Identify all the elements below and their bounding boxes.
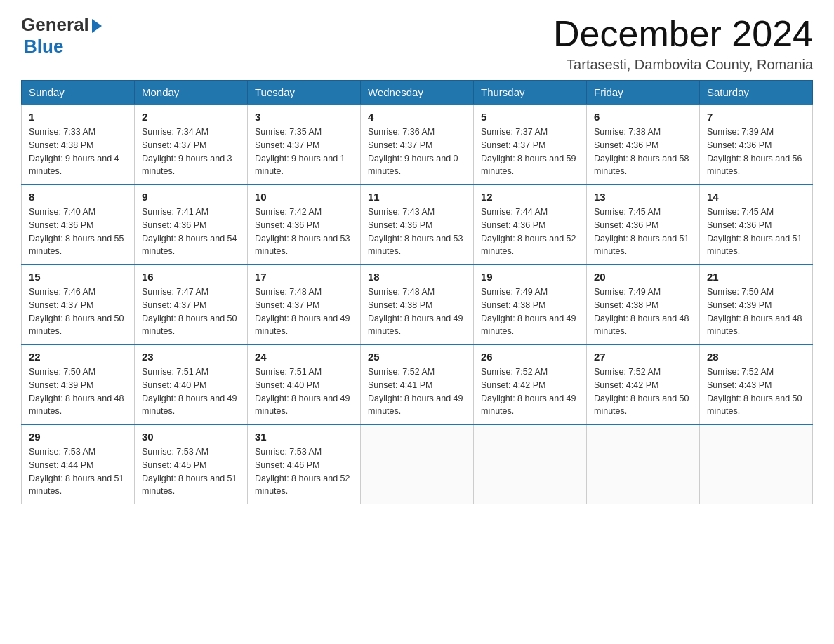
day-info: Sunrise: 7:49 AMSunset: 4:38 PMDaylight:… xyxy=(481,287,576,336)
day-info: Sunrise: 7:48 AMSunset: 4:38 PMDaylight:… xyxy=(368,287,463,336)
month-title: December 2024 xyxy=(553,14,813,54)
day-number: 19 xyxy=(481,271,579,283)
calendar-cell: 4Sunrise: 7:36 AMSunset: 4:37 PMDaylight… xyxy=(361,105,474,185)
calendar-cell: 30Sunrise: 7:53 AMSunset: 4:45 PMDayligh… xyxy=(135,424,248,504)
day-number: 29 xyxy=(29,431,127,443)
calendar-cell: 1Sunrise: 7:33 AMSunset: 4:38 PMDaylight… xyxy=(22,105,135,185)
calendar-cell: 2Sunrise: 7:34 AMSunset: 4:37 PMDaylight… xyxy=(135,105,248,185)
day-info: Sunrise: 7:53 AMSunset: 4:45 PMDaylight:… xyxy=(142,447,237,496)
day-info: Sunrise: 7:36 AMSunset: 4:37 PMDaylight:… xyxy=(368,127,458,176)
day-number: 10 xyxy=(255,191,353,203)
week-row-2: 8Sunrise: 7:40 AMSunset: 4:36 PMDaylight… xyxy=(22,185,813,264)
calendar-table: SundayMondayTuesdayWednesdayThursdayFrid… xyxy=(21,80,813,504)
calendar-cell: 19Sunrise: 7:49 AMSunset: 4:38 PMDayligh… xyxy=(474,264,587,344)
day-number: 1 xyxy=(29,111,127,123)
calendar-cell: 7Sunrise: 7:39 AMSunset: 4:36 PMDaylight… xyxy=(700,105,813,185)
day-info: Sunrise: 7:41 AMSunset: 4:36 PMDaylight:… xyxy=(142,207,237,256)
day-info: Sunrise: 7:34 AMSunset: 4:37 PMDaylight:… xyxy=(142,127,232,176)
calendar-cell: 5Sunrise: 7:37 AMSunset: 4:37 PMDaylight… xyxy=(474,105,587,185)
calendar-cell: 10Sunrise: 7:42 AMSunset: 4:36 PMDayligh… xyxy=(248,185,361,264)
calendar-cell: 26Sunrise: 7:52 AMSunset: 4:42 PMDayligh… xyxy=(474,344,587,424)
header-cell-thursday: Thursday xyxy=(474,81,587,105)
day-number: 27 xyxy=(594,351,692,363)
logo-arrow-icon xyxy=(92,19,102,33)
week-row-3: 15Sunrise: 7:46 AMSunset: 4:37 PMDayligh… xyxy=(22,264,813,344)
day-info: Sunrise: 7:45 AMSunset: 4:36 PMDaylight:… xyxy=(594,207,689,256)
day-info: Sunrise: 7:50 AMSunset: 4:39 PMDaylight:… xyxy=(707,287,802,336)
day-info: Sunrise: 7:52 AMSunset: 4:43 PMDaylight:… xyxy=(707,367,802,416)
day-number: 9 xyxy=(142,191,240,203)
calendar-cell: 25Sunrise: 7:52 AMSunset: 4:41 PMDayligh… xyxy=(361,344,474,424)
day-number: 14 xyxy=(707,191,805,203)
header-cell-tuesday: Tuesday xyxy=(248,81,361,105)
day-info: Sunrise: 7:48 AMSunset: 4:37 PMDaylight:… xyxy=(255,287,350,336)
calendar-cell xyxy=(474,424,587,504)
week-row-4: 22Sunrise: 7:50 AMSunset: 4:39 PMDayligh… xyxy=(22,344,813,424)
day-info: Sunrise: 7:47 AMSunset: 4:37 PMDaylight:… xyxy=(142,287,237,336)
day-info: Sunrise: 7:44 AMSunset: 4:36 PMDaylight:… xyxy=(481,207,576,256)
day-info: Sunrise: 7:43 AMSunset: 4:36 PMDaylight:… xyxy=(368,207,463,256)
day-number: 7 xyxy=(707,111,805,123)
day-number: 4 xyxy=(368,111,466,123)
day-number: 8 xyxy=(29,191,127,203)
day-number: 13 xyxy=(594,191,692,203)
calendar-cell: 28Sunrise: 7:52 AMSunset: 4:43 PMDayligh… xyxy=(700,344,813,424)
day-info: Sunrise: 7:52 AMSunset: 4:42 PMDaylight:… xyxy=(481,367,576,416)
calendar-cell: 20Sunrise: 7:49 AMSunset: 4:38 PMDayligh… xyxy=(587,264,700,344)
day-info: Sunrise: 7:46 AMSunset: 4:37 PMDaylight:… xyxy=(29,287,124,336)
calendar-cell xyxy=(587,424,700,504)
calendar-cell xyxy=(700,424,813,504)
day-info: Sunrise: 7:33 AMSunset: 4:38 PMDaylight:… xyxy=(29,127,119,176)
day-info: Sunrise: 7:50 AMSunset: 4:39 PMDaylight:… xyxy=(29,367,124,416)
calendar-cell: 29Sunrise: 7:53 AMSunset: 4:44 PMDayligh… xyxy=(22,424,135,504)
title-area: December 2024 Tartasesti, Dambovita Coun… xyxy=(553,14,813,73)
calendar-cell: 6Sunrise: 7:38 AMSunset: 4:36 PMDaylight… xyxy=(587,105,700,185)
day-number: 21 xyxy=(707,271,805,283)
calendar-cell: 16Sunrise: 7:47 AMSunset: 4:37 PMDayligh… xyxy=(135,264,248,344)
day-info: Sunrise: 7:52 AMSunset: 4:41 PMDaylight:… xyxy=(368,367,463,416)
calendar-cell: 27Sunrise: 7:52 AMSunset: 4:42 PMDayligh… xyxy=(587,344,700,424)
day-number: 30 xyxy=(142,431,240,443)
calendar-cell: 18Sunrise: 7:48 AMSunset: 4:38 PMDayligh… xyxy=(361,264,474,344)
day-number: 26 xyxy=(481,351,579,363)
calendar-cell: 23Sunrise: 7:51 AMSunset: 4:40 PMDayligh… xyxy=(135,344,248,424)
day-number: 31 xyxy=(255,431,353,443)
week-row-5: 29Sunrise: 7:53 AMSunset: 4:44 PMDayligh… xyxy=(22,424,813,504)
header-cell-saturday: Saturday xyxy=(700,81,813,105)
day-info: Sunrise: 7:39 AMSunset: 4:36 PMDaylight:… xyxy=(707,127,802,176)
day-number: 17 xyxy=(255,271,353,283)
calendar-cell: 9Sunrise: 7:41 AMSunset: 4:36 PMDaylight… xyxy=(135,185,248,264)
day-info: Sunrise: 7:37 AMSunset: 4:37 PMDaylight:… xyxy=(481,127,576,176)
logo: General Blue xyxy=(21,14,102,58)
header-cell-wednesday: Wednesday xyxy=(361,81,474,105)
day-info: Sunrise: 7:45 AMSunset: 4:36 PMDaylight:… xyxy=(707,207,802,256)
day-info: Sunrise: 7:42 AMSunset: 4:36 PMDaylight:… xyxy=(255,207,350,256)
day-info: Sunrise: 7:49 AMSunset: 4:38 PMDaylight:… xyxy=(594,287,689,336)
day-info: Sunrise: 7:52 AMSunset: 4:42 PMDaylight:… xyxy=(594,367,689,416)
day-number: 22 xyxy=(29,351,127,363)
calendar-cell: 17Sunrise: 7:48 AMSunset: 4:37 PMDayligh… xyxy=(248,264,361,344)
day-number: 6 xyxy=(594,111,692,123)
header-cell-monday: Monday xyxy=(135,81,248,105)
day-number: 16 xyxy=(142,271,240,283)
day-info: Sunrise: 7:53 AMSunset: 4:46 PMDaylight:… xyxy=(255,447,350,496)
calendar-cell: 12Sunrise: 7:44 AMSunset: 4:36 PMDayligh… xyxy=(474,185,587,264)
day-info: Sunrise: 7:38 AMSunset: 4:36 PMDaylight:… xyxy=(594,127,689,176)
week-row-1: 1Sunrise: 7:33 AMSunset: 4:38 PMDaylight… xyxy=(22,105,813,185)
calendar-cell: 22Sunrise: 7:50 AMSunset: 4:39 PMDayligh… xyxy=(22,344,135,424)
calendar-cell: 31Sunrise: 7:53 AMSunset: 4:46 PMDayligh… xyxy=(248,424,361,504)
header-row: SundayMondayTuesdayWednesdayThursdayFrid… xyxy=(22,81,813,105)
calendar-cell: 13Sunrise: 7:45 AMSunset: 4:36 PMDayligh… xyxy=(587,185,700,264)
day-number: 11 xyxy=(368,191,466,203)
day-number: 23 xyxy=(142,351,240,363)
calendar-cell: 8Sunrise: 7:40 AMSunset: 4:36 PMDaylight… xyxy=(22,185,135,264)
day-number: 20 xyxy=(594,271,692,283)
header-cell-sunday: Sunday xyxy=(22,81,135,105)
day-number: 24 xyxy=(255,351,353,363)
day-info: Sunrise: 7:51 AMSunset: 4:40 PMDaylight:… xyxy=(255,367,350,416)
day-info: Sunrise: 7:53 AMSunset: 4:44 PMDaylight:… xyxy=(29,447,124,496)
day-number: 28 xyxy=(707,351,805,363)
day-number: 3 xyxy=(255,111,353,123)
calendar-cell: 15Sunrise: 7:46 AMSunset: 4:37 PMDayligh… xyxy=(22,264,135,344)
day-info: Sunrise: 7:51 AMSunset: 4:40 PMDaylight:… xyxy=(142,367,237,416)
